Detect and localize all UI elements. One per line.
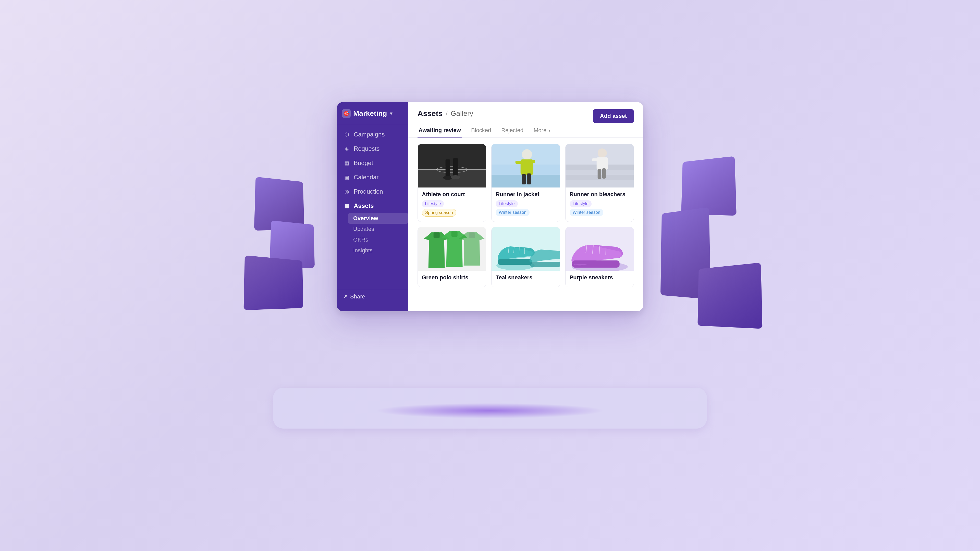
sidebar-footer: ↗ Share	[337, 289, 408, 304]
svg-rect-29	[434, 232, 440, 238]
sidebar-item-calendar[interactable]: ▣ Calendar	[337, 170, 408, 184]
chevron-down-icon: ▾	[549, 128, 550, 133]
svg-rect-34	[498, 259, 532, 265]
asset-img-2	[492, 144, 560, 187]
tab-more[interactable]: More ▾	[533, 124, 552, 138]
svg-rect-13	[515, 161, 522, 164]
asset-info-4: Green polo shirts	[418, 271, 486, 287]
production-icon: ◎	[343, 188, 350, 195]
asset-card-1[interactable]: Athlete on court Lifestyle Spring season	[417, 144, 486, 222]
sidebar-item-campaigns[interactable]: ⬡ Campaigns	[337, 127, 408, 141]
brand-name: Marketing	[353, 110, 387, 118]
cube-right-top	[681, 156, 737, 216]
sidebar-header: 🎯 Marketing ▾	[337, 109, 408, 124]
add-asset-button[interactable]: Add asset	[593, 109, 634, 123]
asset-img-1	[418, 144, 486, 187]
subnav-updates[interactable]: Updates	[348, 224, 408, 234]
share-button[interactable]: ↗ Share	[343, 293, 402, 300]
svg-rect-15	[522, 174, 526, 184]
scene: 🎯 Marketing ▾ ⬡ Campaigns ◈ Requests ▦ B…	[184, 71, 796, 480]
svg-rect-21	[566, 180, 634, 187]
sidebar-item-requests[interactable]: ◈ Requests	[337, 141, 408, 156]
svg-rect-16	[527, 173, 531, 184]
cube-left-small	[243, 256, 303, 310]
sidebar-item-assets[interactable]: ▩ Assets	[337, 199, 408, 213]
asset-card-4[interactable]: Green polo shirts	[417, 227, 486, 287]
asset-title-4: Green polo shirts	[422, 274, 482, 281]
sidebar-item-budget[interactable]: ▦ Budget	[337, 156, 408, 170]
asset-img-5	[492, 227, 560, 271]
tag-lifestyle-2: Lifestyle	[496, 200, 517, 207]
campaigns-label: Campaigns	[354, 131, 385, 138]
sidebar: 🎯 Marketing ▾ ⬡ Campaigns ◈ Requests ▦ B…	[337, 102, 408, 311]
content-header: Assets / Gallery Add asset Awaiting revi…	[408, 102, 643, 138]
budget-label: Budget	[354, 159, 373, 167]
platform-glow	[375, 403, 605, 418]
asset-card-2[interactable]: Runner in jacket Lifestyle Winter season	[491, 144, 560, 222]
tag-winter-3: Winter season	[570, 209, 604, 216]
production-label: Production	[354, 188, 383, 195]
svg-rect-30	[452, 231, 458, 237]
subnav-insights[interactable]: Insights	[348, 245, 408, 256]
asset-info-3: Runner on bleachers Lifestyle Winter sea…	[566, 187, 634, 221]
cube-right-bottom	[697, 262, 762, 329]
budget-icon: ▦	[343, 159, 350, 167]
overview-label: Overview	[353, 215, 378, 221]
assets-icon: ▩	[343, 202, 350, 210]
asset-card-3[interactable]: Runner on bleachers Lifestyle Winter sea…	[565, 144, 634, 222]
calendar-label: Calendar	[354, 174, 379, 181]
asset-title-2: Runner in jacket	[496, 191, 555, 198]
brand-chevron: ▾	[390, 111, 392, 116]
tag-lifestyle-3: Lifestyle	[570, 200, 592, 207]
tag-spring-1: Spring season	[422, 209, 456, 217]
svg-rect-5	[453, 158, 458, 177]
svg-rect-35	[530, 262, 560, 267]
share-icon: ↗	[343, 293, 348, 300]
requests-icon: ◈	[343, 145, 350, 152]
requests-label: Requests	[354, 145, 380, 152]
breadcrumb: Assets / Gallery	[417, 109, 473, 118]
svg-rect-26	[597, 169, 601, 179]
okrs-label: OKRs	[353, 237, 368, 243]
main-content: Assets / Gallery Add asset Awaiting revi…	[408, 102, 643, 311]
breadcrumb-separator: /	[445, 110, 447, 118]
svg-rect-4	[445, 159, 450, 177]
app-window: 🎯 Marketing ▾ ⬡ Campaigns ◈ Requests ▦ B…	[337, 102, 643, 311]
asset-img-6	[566, 227, 634, 271]
subnav-okrs[interactable]: OKRs	[348, 234, 408, 245]
insights-label: Insights	[353, 247, 372, 254]
gallery: Athlete on court Lifestyle Spring season	[408, 138, 643, 311]
breadcrumb-root: Assets	[417, 109, 442, 118]
svg-point-7	[451, 175, 460, 179]
campaigns-icon: ⬡	[343, 131, 350, 138]
asset-info-2: Runner in jacket Lifestyle Winter season	[492, 187, 560, 221]
calendar-icon: ▣	[343, 174, 350, 181]
svg-rect-27	[602, 168, 606, 179]
asset-info-5: Teal sneakers	[492, 271, 560, 287]
tab-rejected[interactable]: Rejected	[500, 124, 525, 138]
share-label: Share	[350, 293, 365, 300]
asset-title-1: Athlete on court	[422, 191, 482, 198]
sub-nav: Overview Updates OKRs Insights	[348, 213, 408, 256]
subnav-overview[interactable]: Overview	[348, 213, 408, 224]
asset-img-4	[418, 227, 486, 271]
tabs-bar: Awaiting review Blocked Rejected More ▾	[417, 124, 634, 138]
tab-awaiting-review[interactable]: Awaiting review	[417, 124, 462, 138]
tab-blocked[interactable]: Blocked	[470, 124, 492, 138]
updates-label: Updates	[353, 226, 374, 232]
svg-rect-24	[592, 159, 597, 161]
asset-card-5[interactable]: Teal sneakers	[491, 227, 560, 287]
sidebar-item-production[interactable]: ◎ Production	[337, 184, 408, 199]
asset-title-6: Purple sneakers	[570, 274, 630, 281]
asset-info-1: Athlete on court Lifestyle Spring season	[418, 187, 486, 222]
svg-rect-31	[469, 232, 475, 238]
sidebar-brand: 🎯 Marketing ▾	[342, 109, 403, 118]
asset-card-6[interactable]: Purple sneakers	[565, 227, 634, 287]
svg-rect-38	[572, 260, 619, 268]
asset-title-5: Teal sneakers	[496, 274, 555, 281]
svg-rect-25	[603, 158, 608, 160]
svg-rect-14	[530, 160, 535, 163]
assets-label: Assets	[354, 202, 374, 210]
asset-info-6: Purple sneakers	[566, 271, 634, 287]
svg-point-22	[597, 148, 607, 158]
